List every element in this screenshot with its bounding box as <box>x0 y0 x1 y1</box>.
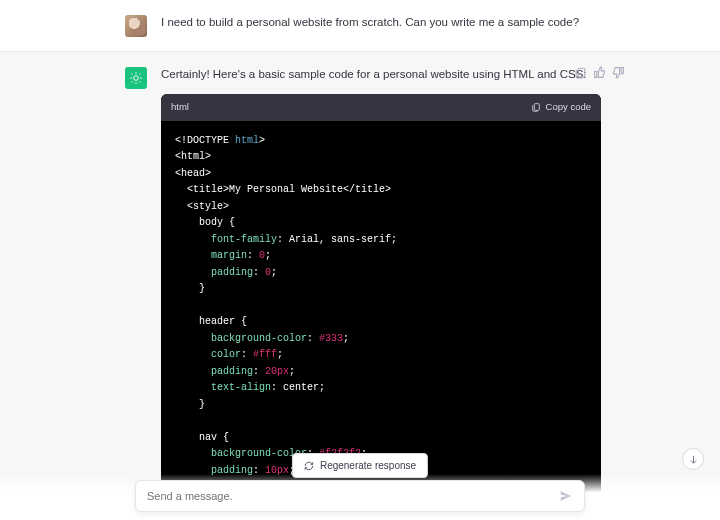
clipboard-icon[interactable] <box>574 66 587 79</box>
thumbs-up-icon[interactable] <box>593 66 606 79</box>
user-message-row: I need to build a personal website from … <box>0 0 720 51</box>
code-language-label: html <box>171 100 189 115</box>
message-input[interactable] <box>147 490 559 502</box>
regenerate-label: Regenerate response <box>320 460 416 471</box>
conversation-area: I need to build a personal website from … <box>0 0 720 520</box>
svg-rect-1 <box>534 104 539 111</box>
message-actions <box>574 66 625 79</box>
user-avatar <box>125 15 147 37</box>
clipboard-icon <box>531 102 541 112</box>
assistant-message-row: Certainly! Here's a basic sample code fo… <box>0 51 720 520</box>
copy-code-button[interactable]: Copy code <box>531 100 591 115</box>
composer-area <box>0 474 720 520</box>
message-composer[interactable] <box>135 480 585 512</box>
send-icon[interactable] <box>559 489 573 503</box>
svg-rect-2 <box>578 68 585 77</box>
arrow-down-icon <box>688 454 699 465</box>
assistant-avatar <box>125 67 147 89</box>
scroll-to-bottom-button[interactable] <box>682 448 704 470</box>
refresh-icon <box>304 461 314 471</box>
thumbs-down-icon[interactable] <box>612 66 625 79</box>
svg-point-0 <box>134 76 139 81</box>
copy-code-label: Copy code <box>546 100 591 115</box>
assistant-intro-text: Certainly! Here's a basic sample code fo… <box>161 66 601 84</box>
code-block-header: html Copy code <box>161 94 601 121</box>
user-message-text: I need to build a personal website from … <box>161 14 595 37</box>
